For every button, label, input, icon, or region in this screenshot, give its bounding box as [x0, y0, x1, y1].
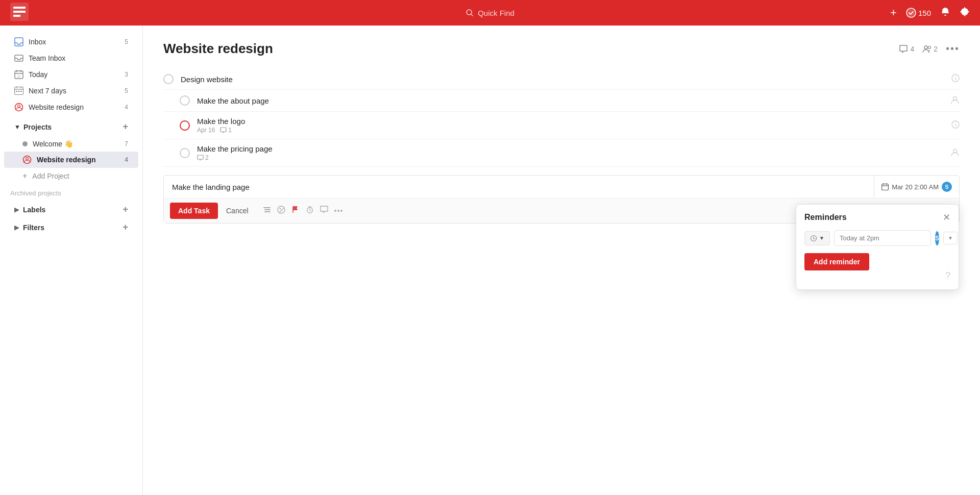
sidebar-item-website-redesign-nav[interactable]: Website redesign 4 [4, 99, 138, 115]
filters-chevron-icon: ▶ [14, 224, 19, 231]
task-group-design-website: Design website i Make the about page [163, 69, 960, 167]
task-row-design-website[interactable]: Design website i [163, 69, 960, 90]
svg-rect-34 [882, 184, 889, 190]
reminders-input-row: ▼ S ▼ [804, 230, 950, 246]
sidebar-item-inbox[interactable]: Inbox 5 [4, 34, 138, 50]
add-button[interactable]: + [890, 6, 897, 19]
subtask-icon[interactable] [263, 206, 271, 216]
svg-text:17: 17 [17, 75, 21, 78]
sidebar-item-next7days[interactable]: Next 7 days 5 [4, 83, 138, 99]
add-task-button[interactable]: Add Task [170, 203, 218, 219]
svg-line-5 [471, 14, 473, 16]
task-complete-circle-design-website[interactable] [163, 74, 174, 84]
time-dropdown-arrow: ▼ [819, 235, 824, 241]
reminders-close-button[interactable]: ✕ [943, 213, 950, 222]
labels-section-header[interactable]: ▶ Labels + [4, 201, 138, 218]
task-assign-icon-pricing-page[interactable] [950, 147, 960, 159]
today-label: Today [29, 70, 47, 79]
svg-text:i: i [955, 76, 957, 81]
sidebar-item-today[interactable]: 17 Today 3 [4, 66, 138, 83]
next7-label: Next 7 days [29, 87, 66, 95]
cancel-button[interactable]: Cancel [222, 203, 253, 219]
filters-section-header[interactable]: ▶ Filters + [4, 219, 138, 236]
task-row-logo[interactable]: Make the logo Apr 16 1 i [163, 112, 960, 139]
settings-icon[interactable] [960, 7, 970, 19]
task-meta-pricing-page: 2 [197, 154, 946, 161]
completed-tasks-badge[interactable]: 150 [906, 8, 931, 18]
task-row-about-page[interactable]: Make the about page [163, 90, 960, 112]
reminder-text-input[interactable] [834, 230, 931, 246]
new-task-assignee[interactable]: S [942, 182, 952, 192]
more-options-icon[interactable]: ••• [334, 207, 344, 215]
members-button[interactable]: 2 [922, 44, 938, 54]
app-body: Inbox 5 Team Inbox 17 Today 3 [0, 26, 980, 495]
new-task-area: Mar 20 2:00 AM S Add Task Cancel [163, 175, 960, 224]
reminder-time-select[interactable]: ▼ [804, 231, 830, 245]
task-info-icon-design-website[interactable]: i [951, 74, 960, 84]
task-date-logo: Apr 16 [197, 127, 215, 134]
add-filter-icon[interactable]: + [122, 222, 128, 233]
projects-chevron-icon: ▼ [14, 123, 20, 131]
projects-section-header[interactable]: ▼ Projects + [4, 117, 138, 136]
task-name-logo: Make the logo [197, 117, 947, 126]
add-project-button[interactable]: + Add Project [4, 168, 138, 184]
new-task-date-button[interactable]: Mar 20 2:00 AM S [874, 176, 959, 198]
projects-label: Projects [23, 123, 52, 131]
svg-point-25 [26, 158, 29, 160]
sidebar-item-team-inbox[interactable]: Team Inbox [4, 50, 138, 66]
sidebar-item-website-redesign-project[interactable]: Website redesign 4 [4, 152, 138, 168]
svg-rect-21 [20, 91, 22, 92]
svg-point-27 [928, 46, 931, 48]
more-options-button[interactable]: ••• [946, 43, 960, 55]
app-logo[interactable] [10, 3, 29, 23]
reminder-icon[interactable] [306, 206, 314, 216]
new-task-input[interactable] [164, 177, 874, 197]
notifications-bell[interactable] [940, 7, 950, 19]
task-name-about-page: Make the about page [197, 96, 946, 105]
member-count: 2 [934, 45, 938, 53]
new-task-date-value: Mar 20 2:00 AM [892, 183, 939, 191]
add-reminder-button[interactable]: Add reminder [804, 253, 869, 270]
inbox-label: Inbox [29, 38, 46, 46]
task-assign-icon-about-page[interactable] [950, 95, 960, 106]
task-toolbar: ••• [263, 206, 344, 216]
archived-projects-label: Archived projects [0, 184, 142, 200]
website-redesign-nav-label: Website redesign [29, 103, 84, 111]
reminders-title: Reminders [804, 213, 847, 222]
next7-badge: 5 [125, 87, 128, 94]
welcome-badge: 7 [125, 140, 128, 147]
add-label-icon[interactable]: + [122, 204, 128, 215]
quick-find-button[interactable]: Quick Find [465, 9, 514, 17]
add-project-icon[interactable]: + [122, 121, 128, 132]
comments-button[interactable]: 4 [899, 44, 914, 54]
today-badge: 3 [125, 71, 128, 78]
sidebar: Inbox 5 Team Inbox 17 Today 3 [0, 26, 143, 495]
new-task-input-row: Mar 20 2:00 AM S [164, 176, 959, 198]
reminders-help-icon[interactable]: ? [945, 270, 950, 281]
labels-chevron-icon: ▶ [14, 206, 19, 213]
flag-icon[interactable] [291, 206, 300, 216]
comment-count: 4 [910, 45, 914, 53]
comment-icon[interactable] [320, 206, 328, 216]
task-info-icon-logo[interactable]: i [951, 120, 960, 131]
reminder-assignee-circle[interactable]: S [935, 231, 939, 245]
project-title: Website redesign [163, 41, 899, 57]
svg-rect-19 [16, 91, 17, 92]
filters-label: Filters [23, 224, 44, 232]
task-complete-circle-logo[interactable] [180, 120, 190, 131]
topbar: Quick Find + 150 [0, 0, 980, 26]
svg-point-23 [18, 105, 20, 108]
svg-point-6 [906, 8, 916, 17]
task-complete-circle-about-page[interactable] [180, 95, 190, 106]
team-inbox-label: Team Inbox [29, 54, 65, 62]
task-row-pricing-page[interactable]: Make the pricing page 2 [163, 139, 960, 167]
website-redesign-project-label: Website redesign [37, 156, 96, 164]
reminders-footer: ? [804, 270, 950, 281]
reminder-options-dropdown[interactable]: ▼ [943, 232, 958, 244]
svg-text:i: i [955, 122, 957, 128]
sidebar-item-welcome[interactable]: Welcome 👋 7 [4, 136, 138, 152]
label-icon[interactable] [277, 206, 285, 216]
svg-rect-40 [264, 211, 271, 212]
task-complete-circle-pricing-page[interactable] [180, 148, 190, 158]
svg-rect-38 [263, 207, 271, 208]
